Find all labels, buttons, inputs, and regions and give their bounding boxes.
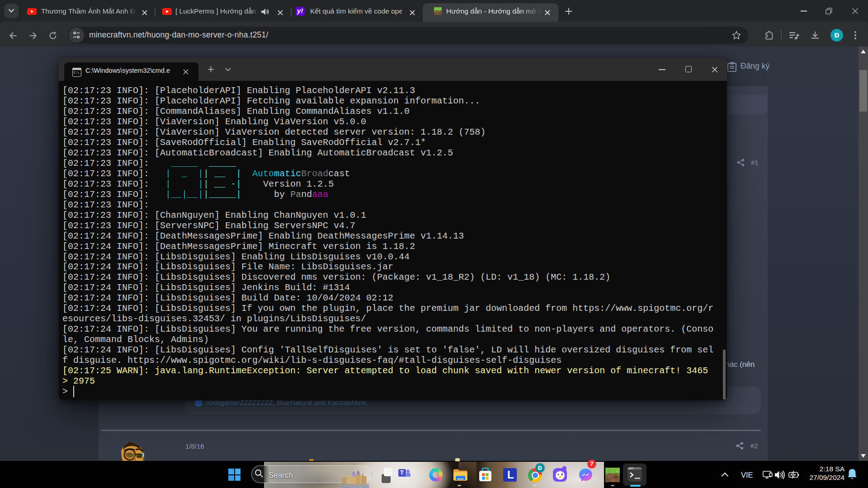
svg-text:C:\_: C:\_ bbox=[74, 71, 82, 75]
